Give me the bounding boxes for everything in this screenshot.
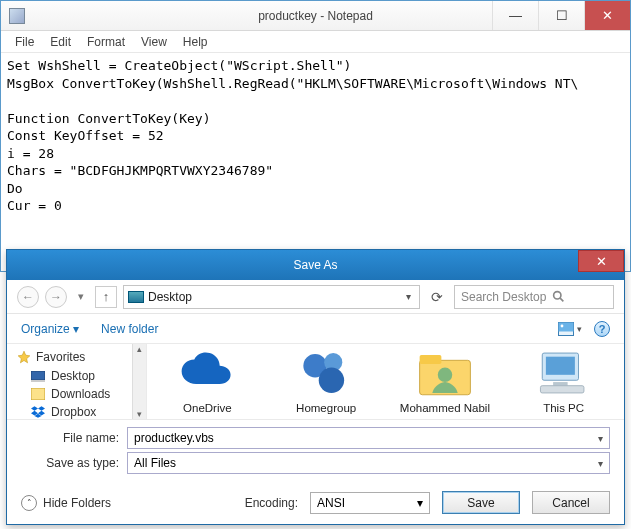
chevron-up-icon: ˄ xyxy=(21,495,37,511)
svg-rect-3 xyxy=(559,322,574,331)
close-button[interactable]: ✕ xyxy=(584,1,630,30)
svg-rect-16 xyxy=(553,382,568,386)
nav-toolbar: ← → ▾ ↑ Desktop ▾ ⟳ Search Desktop xyxy=(7,280,624,314)
user-folder-icon xyxy=(416,348,474,398)
save-as-title: Save As xyxy=(7,258,624,272)
notepad-menubar: File Edit Format View Help xyxy=(1,31,630,53)
menu-edit[interactable]: Edit xyxy=(44,33,77,51)
forward-button[interactable]: → xyxy=(45,286,67,308)
chevron-down-icon[interactable]: ▾ xyxy=(598,458,603,469)
item-homegroup[interactable]: Homegroup xyxy=(276,348,376,415)
file-name-label: File name: xyxy=(21,431,119,445)
save-as-close-button[interactable]: ✕ xyxy=(578,250,624,272)
notepad-window: productkey - Notepad — ☐ ✕ File Edit For… xyxy=(0,0,631,272)
minimize-button[interactable]: — xyxy=(492,1,538,30)
svg-rect-7 xyxy=(31,388,45,400)
save-button[interactable]: Save xyxy=(442,491,520,514)
address-dropdown-icon[interactable]: ▾ xyxy=(406,291,415,302)
item-user-folder[interactable]: Mohammed Nabil xyxy=(395,348,495,415)
desktop-icon xyxy=(128,291,144,303)
organize-button[interactable]: Organize ▾ xyxy=(21,322,79,336)
svg-rect-6 xyxy=(31,380,45,382)
svg-line-1 xyxy=(561,298,564,301)
sidebar: Favorites Desktop Downloads Dropbox ▴▾ xyxy=(7,344,147,419)
file-name-input[interactable]: productkey.vbs ▾ xyxy=(127,427,610,449)
cancel-button[interactable]: Cancel xyxy=(532,491,610,514)
dialog-footer: ˄ Hide Folders Encoding: ANSI ▾ Save Can… xyxy=(7,485,624,524)
encoding-label: Encoding: xyxy=(245,496,298,510)
save-as-dialog: Save As ✕ ← → ▾ ↑ Desktop ▾ ⟳ Search Des… xyxy=(6,249,625,525)
organize-toolbar: Organize ▾ New folder ▾ ? xyxy=(7,314,624,344)
save-type-label: Save as type: xyxy=(21,456,119,470)
address-bar[interactable]: Desktop ▾ xyxy=(123,285,420,309)
view-options-button[interactable]: ▾ xyxy=(558,322,582,336)
maximize-button[interactable]: ☐ xyxy=(538,1,584,30)
file-list[interactable]: OneDrive Homegroup Mohammed Nabil This P… xyxy=(147,344,624,419)
desktop-icon xyxy=(31,371,45,382)
item-label: Mohammed Nabil xyxy=(400,402,490,415)
search-placeholder: Search Desktop xyxy=(461,290,546,304)
search-icon xyxy=(552,290,565,303)
help-button[interactable]: ? xyxy=(594,321,610,337)
item-label: This PC xyxy=(543,402,584,415)
item-onedrive[interactable]: OneDrive xyxy=(157,348,257,415)
sidebar-item-desktop[interactable]: Desktop xyxy=(17,367,146,385)
svg-rect-12 xyxy=(420,355,442,364)
svg-point-13 xyxy=(438,368,453,383)
save-as-titlebar[interactable]: Save As ✕ xyxy=(7,250,624,280)
back-button[interactable]: ← xyxy=(17,286,39,308)
item-label: Homegroup xyxy=(296,402,356,415)
up-button[interactable]: ↑ xyxy=(95,286,117,308)
notepad-titlebar[interactable]: productkey - Notepad — ☐ ✕ xyxy=(1,1,630,31)
item-label: OneDrive xyxy=(183,402,232,415)
menu-format[interactable]: Format xyxy=(81,33,131,51)
svg-rect-5 xyxy=(31,371,45,380)
onedrive-icon xyxy=(178,348,236,398)
refresh-button[interactable]: ⟳ xyxy=(426,289,448,305)
sidebar-item-downloads[interactable]: Downloads xyxy=(17,385,146,403)
chevron-down-icon[interactable]: ▾ xyxy=(417,496,423,510)
notepad-icon xyxy=(9,8,25,24)
homegroup-icon xyxy=(297,348,355,398)
encoding-select[interactable]: ANSI ▾ xyxy=(310,492,430,514)
save-type-select[interactable]: All Files ▾ xyxy=(127,452,610,474)
history-dropdown[interactable]: ▾ xyxy=(73,286,89,308)
dropbox-icon xyxy=(31,406,45,418)
star-icon xyxy=(17,350,31,364)
search-input[interactable]: Search Desktop xyxy=(454,285,614,309)
svg-point-10 xyxy=(319,368,344,393)
sidebar-favorites-header[interactable]: Favorites xyxy=(17,350,146,364)
picture-icon xyxy=(558,322,574,336)
downloads-icon xyxy=(31,388,45,400)
file-fields: File name: productkey.vbs ▾ Save as type… xyxy=(7,419,624,485)
sidebar-scrollbar[interactable]: ▴▾ xyxy=(132,344,146,419)
menu-view[interactable]: View xyxy=(135,33,173,51)
address-text: Desktop xyxy=(148,290,192,304)
new-folder-button[interactable]: New folder xyxy=(101,322,158,336)
svg-rect-15 xyxy=(546,357,575,375)
svg-rect-17 xyxy=(540,386,584,393)
chevron-down-icon[interactable]: ▾ xyxy=(598,433,603,444)
svg-point-0 xyxy=(554,292,561,299)
sidebar-item-dropbox[interactable]: Dropbox xyxy=(17,403,146,419)
this-pc-icon xyxy=(535,348,593,398)
item-this-pc[interactable]: This PC xyxy=(514,348,614,415)
svg-point-4 xyxy=(561,324,564,327)
menu-help[interactable]: Help xyxy=(177,33,214,51)
hide-folders-button[interactable]: ˄ Hide Folders xyxy=(21,495,111,511)
menu-file[interactable]: File xyxy=(9,33,40,51)
notepad-editor[interactable]: Set WshShell = CreateObject("WScript.She… xyxy=(1,53,630,219)
